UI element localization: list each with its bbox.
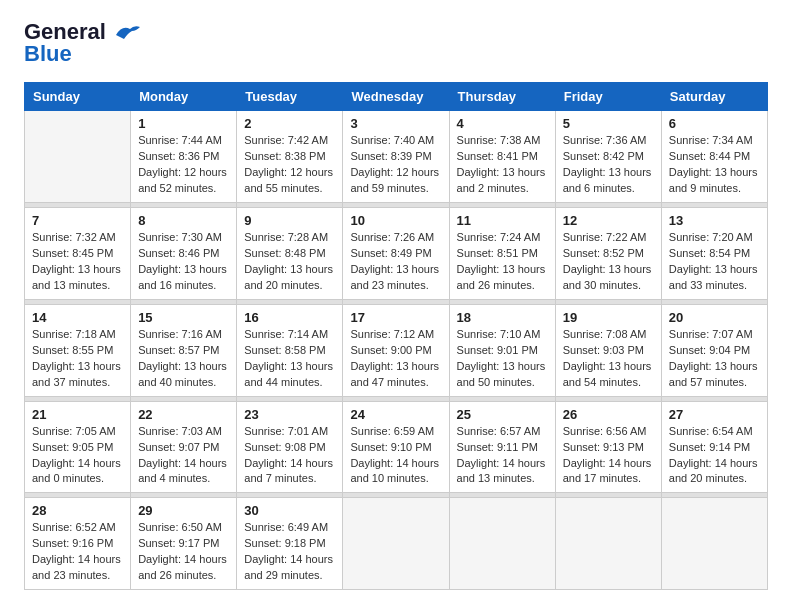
day-detail: Sunrise: 7:16 AMSunset: 8:57 PMDaylight:…: [138, 327, 229, 391]
page: General Blue SundayMondayTuesdayWednesda…: [0, 0, 792, 610]
calendar-cell: 8Sunrise: 7:30 AMSunset: 8:46 PMDaylight…: [131, 208, 237, 300]
calendar-cell: 21Sunrise: 7:05 AMSunset: 9:05 PMDayligh…: [25, 401, 131, 493]
day-number: 6: [669, 116, 760, 131]
day-detail: Sunrise: 7:36 AMSunset: 8:42 PMDaylight:…: [563, 133, 654, 197]
calendar-cell: [343, 498, 449, 590]
day-detail: Sunrise: 7:22 AMSunset: 8:52 PMDaylight:…: [563, 230, 654, 294]
calendar-cell: 28Sunrise: 6:52 AMSunset: 9:16 PMDayligh…: [25, 498, 131, 590]
day-number: 10: [350, 213, 441, 228]
day-number: 7: [32, 213, 123, 228]
calendar-body: 1Sunrise: 7:44 AMSunset: 8:36 PMDaylight…: [25, 111, 768, 590]
weekday-header: Sunday: [25, 83, 131, 111]
day-detail: Sunrise: 7:01 AMSunset: 9:08 PMDaylight:…: [244, 424, 335, 488]
day-number: 16: [244, 310, 335, 325]
calendar-week-row: 1Sunrise: 7:44 AMSunset: 8:36 PMDaylight…: [25, 111, 768, 203]
calendar-week-row: 14Sunrise: 7:18 AMSunset: 8:55 PMDayligh…: [25, 304, 768, 396]
day-detail: Sunrise: 6:56 AMSunset: 9:13 PMDaylight:…: [563, 424, 654, 488]
weekday-header: Thursday: [449, 83, 555, 111]
day-number: 29: [138, 503, 229, 518]
day-number: 4: [457, 116, 548, 131]
day-detail: Sunrise: 6:57 AMSunset: 9:11 PMDaylight:…: [457, 424, 548, 488]
day-number: 13: [669, 213, 760, 228]
day-number: 5: [563, 116, 654, 131]
day-detail: Sunrise: 7:18 AMSunset: 8:55 PMDaylight:…: [32, 327, 123, 391]
logo: General Blue: [24, 20, 142, 66]
calendar-cell: 12Sunrise: 7:22 AMSunset: 8:52 PMDayligh…: [555, 208, 661, 300]
day-detail: Sunrise: 6:54 AMSunset: 9:14 PMDaylight:…: [669, 424, 760, 488]
calendar-cell: 20Sunrise: 7:07 AMSunset: 9:04 PMDayligh…: [661, 304, 767, 396]
day-detail: Sunrise: 7:14 AMSunset: 8:58 PMDaylight:…: [244, 327, 335, 391]
bird-icon: [114, 23, 142, 43]
calendar-cell: 30Sunrise: 6:49 AMSunset: 9:18 PMDayligh…: [237, 498, 343, 590]
day-number: 25: [457, 407, 548, 422]
calendar-cell: 7Sunrise: 7:32 AMSunset: 8:45 PMDaylight…: [25, 208, 131, 300]
calendar-cell: 17Sunrise: 7:12 AMSunset: 9:00 PMDayligh…: [343, 304, 449, 396]
day-detail: Sunrise: 7:26 AMSunset: 8:49 PMDaylight:…: [350, 230, 441, 294]
calendar-cell: 29Sunrise: 6:50 AMSunset: 9:17 PMDayligh…: [131, 498, 237, 590]
calendar-cell: 14Sunrise: 7:18 AMSunset: 8:55 PMDayligh…: [25, 304, 131, 396]
day-detail: Sunrise: 7:32 AMSunset: 8:45 PMDaylight:…: [32, 230, 123, 294]
day-detail: Sunrise: 7:10 AMSunset: 9:01 PMDaylight:…: [457, 327, 548, 391]
calendar-week-row: 21Sunrise: 7:05 AMSunset: 9:05 PMDayligh…: [25, 401, 768, 493]
calendar-cell: 16Sunrise: 7:14 AMSunset: 8:58 PMDayligh…: [237, 304, 343, 396]
day-number: 8: [138, 213, 229, 228]
day-number: 19: [563, 310, 654, 325]
day-detail: Sunrise: 7:20 AMSunset: 8:54 PMDaylight:…: [669, 230, 760, 294]
day-number: 3: [350, 116, 441, 131]
weekday-header: Monday: [131, 83, 237, 111]
day-number: 26: [563, 407, 654, 422]
calendar-week-row: 7Sunrise: 7:32 AMSunset: 8:45 PMDaylight…: [25, 208, 768, 300]
day-detail: Sunrise: 7:07 AMSunset: 9:04 PMDaylight:…: [669, 327, 760, 391]
day-number: 1: [138, 116, 229, 131]
weekday-header: Friday: [555, 83, 661, 111]
calendar-cell: 2Sunrise: 7:42 AMSunset: 8:38 PMDaylight…: [237, 111, 343, 203]
day-number: 21: [32, 407, 123, 422]
day-number: 15: [138, 310, 229, 325]
calendar-cell: 23Sunrise: 7:01 AMSunset: 9:08 PMDayligh…: [237, 401, 343, 493]
day-detail: Sunrise: 6:49 AMSunset: 9:18 PMDaylight:…: [244, 520, 335, 584]
day-detail: Sunrise: 7:38 AMSunset: 8:41 PMDaylight:…: [457, 133, 548, 197]
calendar-cell: 24Sunrise: 6:59 AMSunset: 9:10 PMDayligh…: [343, 401, 449, 493]
day-number: 24: [350, 407, 441, 422]
calendar-cell: 9Sunrise: 7:28 AMSunset: 8:48 PMDaylight…: [237, 208, 343, 300]
calendar-cell: 3Sunrise: 7:40 AMSunset: 8:39 PMDaylight…: [343, 111, 449, 203]
day-number: 14: [32, 310, 123, 325]
day-detail: Sunrise: 7:44 AMSunset: 8:36 PMDaylight:…: [138, 133, 229, 197]
day-detail: Sunrise: 7:40 AMSunset: 8:39 PMDaylight:…: [350, 133, 441, 197]
day-number: 23: [244, 407, 335, 422]
calendar-cell: 27Sunrise: 6:54 AMSunset: 9:14 PMDayligh…: [661, 401, 767, 493]
day-detail: Sunrise: 7:24 AMSunset: 8:51 PMDaylight:…: [457, 230, 548, 294]
weekday-header: Wednesday: [343, 83, 449, 111]
calendar-cell: 18Sunrise: 7:10 AMSunset: 9:01 PMDayligh…: [449, 304, 555, 396]
day-detail: Sunrise: 6:50 AMSunset: 9:17 PMDaylight:…: [138, 520, 229, 584]
day-detail: Sunrise: 6:52 AMSunset: 9:16 PMDaylight:…: [32, 520, 123, 584]
weekday-header: Saturday: [661, 83, 767, 111]
header: General Blue: [24, 20, 768, 66]
calendar-cell: 11Sunrise: 7:24 AMSunset: 8:51 PMDayligh…: [449, 208, 555, 300]
calendar-cell: 4Sunrise: 7:38 AMSunset: 8:41 PMDaylight…: [449, 111, 555, 203]
day-number: 22: [138, 407, 229, 422]
calendar-cell: 22Sunrise: 7:03 AMSunset: 9:07 PMDayligh…: [131, 401, 237, 493]
day-detail: Sunrise: 7:05 AMSunset: 9:05 PMDaylight:…: [32, 424, 123, 488]
calendar-cell: 26Sunrise: 6:56 AMSunset: 9:13 PMDayligh…: [555, 401, 661, 493]
day-number: 27: [669, 407, 760, 422]
calendar-cell: [25, 111, 131, 203]
day-number: 18: [457, 310, 548, 325]
day-number: 9: [244, 213, 335, 228]
day-detail: Sunrise: 7:08 AMSunset: 9:03 PMDaylight:…: [563, 327, 654, 391]
weekday-header: Tuesday: [237, 83, 343, 111]
calendar-cell: [661, 498, 767, 590]
calendar: SundayMondayTuesdayWednesdayThursdayFrid…: [24, 82, 768, 590]
day-number: 28: [32, 503, 123, 518]
day-number: 20: [669, 310, 760, 325]
calendar-cell: 19Sunrise: 7:08 AMSunset: 9:03 PMDayligh…: [555, 304, 661, 396]
day-detail: Sunrise: 7:28 AMSunset: 8:48 PMDaylight:…: [244, 230, 335, 294]
calendar-week-row: 28Sunrise: 6:52 AMSunset: 9:16 PMDayligh…: [25, 498, 768, 590]
day-detail: Sunrise: 7:30 AMSunset: 8:46 PMDaylight:…: [138, 230, 229, 294]
day-number: 2: [244, 116, 335, 131]
calendar-cell: 25Sunrise: 6:57 AMSunset: 9:11 PMDayligh…: [449, 401, 555, 493]
day-number: 30: [244, 503, 335, 518]
calendar-cell: 6Sunrise: 7:34 AMSunset: 8:44 PMDaylight…: [661, 111, 767, 203]
day-detail: Sunrise: 7:42 AMSunset: 8:38 PMDaylight:…: [244, 133, 335, 197]
day-detail: Sunrise: 6:59 AMSunset: 9:10 PMDaylight:…: [350, 424, 441, 488]
